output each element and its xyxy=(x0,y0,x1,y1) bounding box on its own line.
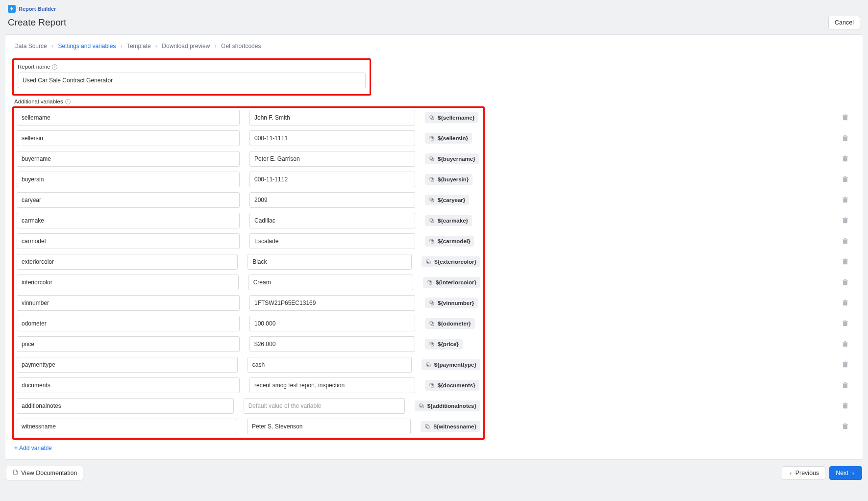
delete-variable-button[interactable] xyxy=(839,173,851,185)
svg-rect-59 xyxy=(843,301,847,305)
delete-variable-button[interactable] xyxy=(839,152,851,164)
crumb-settings[interactable]: Settings and variables xyxy=(58,43,116,50)
shortcode-pill[interactable]: ${buyersin} xyxy=(425,174,472,185)
next-button[interactable]: Next xyxy=(829,466,862,480)
variable-name-input[interactable] xyxy=(17,130,240,146)
info-icon[interactable]: i xyxy=(65,99,71,104)
variable-value-input[interactable] xyxy=(249,130,415,146)
delete-variable-button[interactable] xyxy=(839,111,851,123)
cancel-button-label: Cancel xyxy=(835,19,854,26)
shortcode-text: ${paymenttype} xyxy=(434,362,476,368)
variable-value-input[interactable] xyxy=(249,192,415,208)
delete-column xyxy=(485,106,856,434)
variable-name-input[interactable] xyxy=(17,357,238,373)
delete-variable-button[interactable] xyxy=(839,338,851,350)
delete-variable-button[interactable] xyxy=(839,194,851,205)
variable-name-input[interactable] xyxy=(17,254,238,270)
shortcode-pill[interactable]: ${sellername} xyxy=(425,112,478,123)
chevron-left-icon xyxy=(788,471,793,476)
variable-name-input[interactable] xyxy=(17,172,240,187)
svg-rect-40 xyxy=(844,155,846,156)
view-documentation-button[interactable]: View Documentation xyxy=(6,466,83,480)
copy-icon xyxy=(427,279,433,285)
shortcode-pill[interactable]: ${additionalnotes} xyxy=(415,401,480,411)
variable-name-input[interactable] xyxy=(17,192,240,208)
svg-rect-64 xyxy=(844,320,846,321)
variable-name-input[interactable] xyxy=(17,233,240,249)
shortcode-text: ${exteriorcolor} xyxy=(434,259,476,265)
shortcode-text: ${sellername} xyxy=(438,115,474,121)
additional-vars-label-text: Additional variables xyxy=(14,99,63,104)
crumb-shortcodes[interactable]: Get shortcodes xyxy=(221,43,261,50)
variable-name-input[interactable] xyxy=(17,295,240,311)
shortcode-text: ${vinnumber} xyxy=(438,300,474,306)
variable-value-input[interactable] xyxy=(244,398,405,414)
svg-rect-73 xyxy=(844,382,846,383)
shortcode-pill[interactable]: ${exteriorcolor} xyxy=(422,256,480,267)
variable-value-input[interactable] xyxy=(248,357,412,373)
shortcode-pill[interactable]: ${witnessname} xyxy=(421,421,480,432)
shortcode-pill[interactable]: ${documents} xyxy=(425,380,479,391)
svg-rect-58 xyxy=(844,279,846,280)
shortcode-pill[interactable]: ${paymenttype} xyxy=(422,359,480,370)
shortcode-pill[interactable]: ${carmake} xyxy=(425,215,472,226)
variable-name-input[interactable] xyxy=(17,110,240,125)
copy-icon xyxy=(429,156,435,162)
variable-value-input[interactable] xyxy=(248,275,413,290)
brand-row: Report Builder xyxy=(5,4,863,15)
crumb-data-source[interactable]: Data Source xyxy=(14,43,47,50)
variable-row: ${sellersin} xyxy=(17,130,480,146)
delete-variable-button[interactable] xyxy=(839,379,851,391)
shortcode-pill[interactable]: ${caryear} xyxy=(425,195,469,205)
delete-variable-button[interactable] xyxy=(839,235,851,247)
svg-rect-32 xyxy=(843,116,847,120)
delete-variable-button[interactable] xyxy=(839,358,851,370)
report-name-input[interactable] xyxy=(18,73,366,88)
variable-value-input[interactable] xyxy=(249,336,415,352)
shortcode-pill[interactable]: ${vinnumber} xyxy=(425,298,478,308)
copy-icon xyxy=(429,197,435,203)
variable-name-input[interactable] xyxy=(17,419,237,434)
variable-value-input[interactable] xyxy=(248,254,412,270)
variable-name-input[interactable] xyxy=(17,213,240,228)
delete-variable-button[interactable] xyxy=(839,214,851,226)
variable-value-input[interactable] xyxy=(249,295,415,311)
crumb-download[interactable]: Download preview xyxy=(162,43,210,50)
cancel-button[interactable]: Cancel xyxy=(828,16,860,29)
variable-name-input[interactable] xyxy=(17,151,240,167)
delete-variable-button[interactable] xyxy=(839,297,851,308)
add-variable-link[interactable]: + Add variable xyxy=(14,445,52,451)
shortcode-pill[interactable]: ${buyername} xyxy=(425,153,479,164)
variable-value-input[interactable] xyxy=(249,172,415,187)
crumb-template[interactable]: Template xyxy=(127,43,151,50)
delete-variable-button[interactable] xyxy=(839,317,851,329)
variable-row: ${odometer} xyxy=(17,316,480,331)
shortcode-pill[interactable]: ${odometer} xyxy=(425,318,475,329)
variable-value-input[interactable] xyxy=(249,213,415,228)
info-icon[interactable]: i xyxy=(52,64,57,70)
delete-variable-button[interactable] xyxy=(839,255,851,267)
previous-button[interactable]: Previous xyxy=(782,466,826,480)
shortcode-pill[interactable]: ${price} xyxy=(425,339,463,350)
variable-row: ${price} xyxy=(17,336,480,352)
variable-value-input[interactable] xyxy=(249,110,415,125)
variable-value-input[interactable] xyxy=(247,419,411,434)
variable-value-input[interactable] xyxy=(249,233,415,249)
variable-name-input[interactable] xyxy=(17,275,239,290)
shortcode-pill[interactable]: ${carmodel} xyxy=(425,236,474,247)
variable-value-input[interactable] xyxy=(249,377,415,393)
variable-name-input[interactable] xyxy=(17,316,240,331)
variable-name-input[interactable] xyxy=(17,377,240,393)
shortcode-text: ${odometer} xyxy=(438,321,471,326)
variable-name-input[interactable] xyxy=(17,336,240,352)
shortcode-pill[interactable]: ${interiorcolor} xyxy=(423,277,480,288)
view-documentation-label: View Documentation xyxy=(21,470,77,476)
shortcode-pill[interactable]: ${sellersin} xyxy=(425,133,472,144)
delete-variable-button[interactable] xyxy=(839,400,851,411)
delete-variable-button[interactable] xyxy=(839,276,851,288)
delete-variable-button[interactable] xyxy=(839,420,851,432)
variable-value-input[interactable] xyxy=(249,316,415,331)
variable-name-input[interactable] xyxy=(17,398,234,414)
delete-variable-button[interactable] xyxy=(839,132,851,144)
variable-value-input[interactable] xyxy=(249,151,415,167)
